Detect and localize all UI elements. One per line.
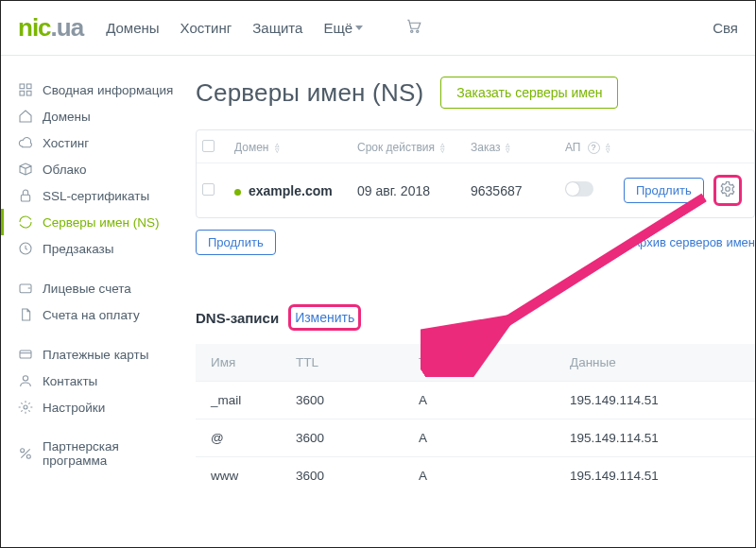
dns-type: A: [419, 393, 570, 407]
dns-col-data: Данные: [570, 355, 740, 369]
nav-domains[interactable]: Домены: [106, 20, 159, 36]
sidebar-item-label: SSL-сертификаты: [43, 189, 149, 203]
dns-type: A: [419, 469, 570, 483]
sidebar-item-cloud[interactable]: Хостинг: [18, 129, 175, 156]
sidebar-item-label: Серверы имен (NS): [43, 215, 160, 230]
dns-name: _mail: [211, 393, 296, 407]
select-all-checkbox[interactable]: [202, 140, 215, 152]
nav-more[interactable]: Ещё: [323, 20, 363, 36]
col-order[interactable]: Заказ▵▿: [471, 141, 565, 154]
svg-rect-3: [26, 84, 31, 89]
sidebar-item-lock[interactable]: SSL-сертификаты: [18, 182, 175, 209]
home-icon: [18, 109, 33, 124]
svg-rect-2: [20, 84, 25, 89]
sidebar-item-label: Платежные карты: [43, 348, 148, 362]
clock-icon: [18, 241, 33, 256]
refresh-icon: [18, 214, 33, 230]
gear-icon: [18, 400, 33, 415]
dns-row: _mail 3600 A 195.149.114.51: [196, 381, 755, 419]
topbar: nic.ua Домены Хостинг Защита Ещё Свя: [1, 1, 755, 56]
card-icon: [18, 347, 33, 362]
sidebar-item-doc[interactable]: Счета на оплату: [18, 301, 175, 328]
dns-name: @: [211, 431, 296, 445]
dns-col-type: Тип: [419, 355, 570, 369]
sidebar-item-label: Сводная информация: [43, 83, 173, 97]
svg-rect-4: [20, 91, 25, 95]
nav-security[interactable]: Защита: [252, 20, 302, 36]
nav-hosting[interactable]: Хостинг: [180, 20, 232, 36]
col-expiry[interactable]: Срок действия▵▿: [357, 141, 471, 154]
sidebar: Сводная информация Домены Хостинг Облако…: [1, 56, 175, 494]
dns-row: www 3600 A 195.149.114.51: [196, 456, 755, 494]
user-icon: [18, 373, 33, 388]
sidebar-item-wallet[interactable]: Лицевые счета: [18, 275, 175, 301]
order-value: 9635687: [471, 183, 565, 198]
dashboard-icon: [18, 82, 33, 97]
sidebar-item-label: Контакты: [43, 374, 97, 388]
sidebar-item-user[interactable]: Контакты: [18, 368, 175, 394]
svg-point-10: [23, 376, 27, 381]
svg-rect-5: [26, 91, 31, 95]
sidebar-item-label: Предзаказы: [43, 242, 113, 256]
sidebar-item-dashboard[interactable]: Сводная информация: [18, 77, 175, 103]
autorenew-toggle[interactable]: [565, 181, 593, 197]
dns-ttl: 3600: [296, 469, 419, 483]
gear-icon[interactable]: [719, 180, 736, 197]
sidebar-item-label: Облако: [43, 163, 87, 177]
svg-rect-9: [20, 351, 31, 358]
renew-bulk-button[interactable]: Продлить: [196, 230, 276, 255]
dns-name: www: [211, 469, 296, 483]
percent-icon: [18, 446, 33, 461]
ns-row: example.com 09 авг. 2018 9635687 Продлит…: [197, 163, 754, 217]
doc-icon: [18, 307, 33, 322]
domain-name: example.com: [249, 183, 333, 198]
logo[interactable]: nic.ua: [18, 13, 83, 43]
help-icon[interactable]: ?: [588, 142, 600, 154]
sidebar-item-card[interactable]: Платежные карты: [18, 341, 175, 368]
ns-table: Домен▵▿ Срок действия▵▿ Заказ▵▿ АП?▵▿ ex…: [196, 129, 755, 218]
top-nav: Домены Хостинг Защита Ещё: [106, 18, 423, 39]
sidebar-item-label: Партнерская программа: [43, 439, 175, 468]
cloud-icon: [18, 135, 33, 150]
edit-dns-link[interactable]: Изменить: [295, 310, 354, 325]
order-ns-button[interactable]: Заказать серверы имен: [440, 77, 618, 109]
dns-data: 195.149.114.51: [570, 469, 740, 483]
status-dot-icon: [234, 189, 241, 196]
sidebar-item-clock[interactable]: Предзаказы: [18, 235, 175, 262]
svg-point-12: [21, 449, 25, 453]
col-domain[interactable]: Домен▵▿: [234, 141, 357, 154]
sidebar-item-label: Хостинг: [43, 136, 89, 150]
sidebar-item-refresh[interactable]: Серверы имен (NS): [18, 209, 175, 235]
dns-ttl: 3600: [296, 431, 419, 445]
expiry-value: 09 авг. 2018: [357, 183, 471, 198]
sidebar-item-label: Настройки: [43, 401, 105, 415]
dns-ttl: 3600: [296, 393, 419, 407]
dns-col-name: Имя: [211, 355, 296, 369]
svg-line-15: [447, 197, 704, 358]
col-ap: АП?▵▿: [565, 141, 624, 154]
svg-point-14: [726, 187, 730, 192]
svg-rect-6: [21, 195, 29, 201]
highlight-edit: Изменить: [288, 304, 361, 331]
cart-icon[interactable]: [404, 18, 423, 39]
sidebar-item-label: Счета на оплату: [43, 308, 140, 322]
row-checkbox[interactable]: [202, 183, 215, 196]
top-right-link[interactable]: Свя: [713, 20, 738, 36]
sidebar-item-home[interactable]: Домены: [18, 103, 175, 129]
dns-section-title: DNS-записи: [196, 310, 279, 326]
dns-data: 195.149.114.51: [570, 431, 740, 445]
box-icon: [18, 162, 33, 177]
dns-type: A: [419, 431, 570, 445]
sidebar-item-percent[interactable]: Партнерская программа: [18, 434, 175, 473]
main: Серверы имен (NS) Заказать серверы имен …: [175, 56, 755, 494]
svg-point-0: [411, 30, 413, 32]
renew-button[interactable]: Продлить: [624, 178, 704, 203]
archive-link[interactable]: Архив серверов имен: [631, 235, 755, 249]
dns-head: Имя TTL Тип Данные: [196, 344, 755, 381]
svg-point-13: [26, 454, 30, 458]
sidebar-item-box[interactable]: Облако: [18, 156, 175, 182]
sidebar-item-gear[interactable]: Настройки: [18, 394, 175, 420]
sidebar-item-label: Домены: [43, 110, 91, 124]
chevron-down-icon: [355, 26, 363, 30]
ns-table-head: Домен▵▿ Срок действия▵▿ Заказ▵▿ АП?▵▿: [197, 130, 754, 163]
